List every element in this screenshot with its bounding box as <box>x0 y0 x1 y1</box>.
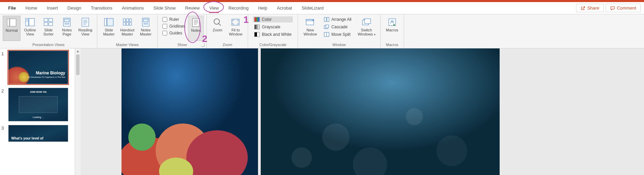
tab-file[interactable]: File <box>3 2 20 14</box>
slide2-box <box>19 96 58 113</box>
comment-label: Comment <box>617 5 636 11</box>
tab-view[interactable]: View <box>204 2 224 14</box>
group-label-show: Show <box>160 42 204 48</box>
svg-rect-11 <box>65 19 69 22</box>
black-white-button[interactable]: Black and White <box>253 31 293 38</box>
chevron-down-icon: ▾ <box>374 33 375 36</box>
tab-slide-show[interactable]: Slide Show <box>149 2 181 14</box>
notes-page-label: Notes Page <box>62 28 72 36</box>
macros-button[interactable]: Macros <box>383 16 401 41</box>
thumbnail-slide-2[interactable]: JOIN NOW VIA Loading ... <box>8 88 68 121</box>
tab-home[interactable]: Home <box>20 2 42 14</box>
svg-point-36 <box>214 19 219 24</box>
thumbnail-slide-3[interactable]: What's your level of <box>8 125 68 142</box>
tab-view-label: View <box>209 5 219 11</box>
thumbnail-slide-1[interactable]: Marine Biology An Introduction To Organi… <box>8 50 68 84</box>
color-label: Color <box>262 17 272 22</box>
fit-to-window-button[interactable]: Fit to Window <box>226 16 245 41</box>
slide-thumbnails-pane: 1 Marine Biology An Introduction To Orga… <box>0 48 75 175</box>
notes-button[interactable]: Notes <box>188 16 204 41</box>
svg-point-61 <box>322 123 349 151</box>
arrange-all-button[interactable]: Arrange All <box>323 16 353 23</box>
group-label-color-grayscale: Color/Grayscale <box>251 42 295 48</box>
svg-rect-19 <box>104 18 106 26</box>
guides-checkbox-input[interactable] <box>162 31 167 35</box>
share-button[interactable]: Share <box>576 4 604 12</box>
ruler-checkbox-input[interactable] <box>162 17 167 22</box>
ruler-label: Ruler <box>169 17 179 22</box>
outline-view-button[interactable]: Outline View <box>21 16 39 41</box>
slide2-loading: Loading ... <box>9 116 68 118</box>
cascade-button[interactable]: Cascade <box>323 24 353 30</box>
notes-page-button[interactable]: Notes Page <box>58 16 76 41</box>
ribbon-tabs-row: File Home Insert Design Transitions Anim… <box>0 2 644 14</box>
main-slide-area[interactable] <box>81 48 644 175</box>
reading-view-button[interactable]: Reading View <box>76 16 94 41</box>
notes-master-label: Notes Master <box>140 28 152 36</box>
thumbnails-scrollbar[interactable]: ▲ <box>75 48 81 175</box>
tab-design[interactable]: Design <box>63 2 86 14</box>
grayscale-button[interactable]: Grayscale <box>253 24 293 30</box>
comment-icon <box>610 6 615 11</box>
group-color-grayscale: Color Grayscale Black and White Color/Gr… <box>248 14 298 48</box>
slide1-title: Marine Biology <box>36 71 65 75</box>
scroll-up-button[interactable]: ▲ <box>75 48 81 54</box>
notes-master-button[interactable]: Notes Master <box>137 16 155 41</box>
tab-recording[interactable]: Recording <box>224 2 253 14</box>
color-button[interactable]: Color <box>253 16 293 23</box>
tab-help[interactable]: Help <box>253 2 272 14</box>
svg-rect-22 <box>126 19 129 21</box>
svg-rect-0 <box>7 19 9 26</box>
zoom-button[interactable]: Zoom <box>210 16 225 41</box>
macros-label: Macros <box>386 28 398 32</box>
color-icon <box>254 17 260 22</box>
group-macros: Macros Macros <box>381 14 404 48</box>
guides-checkbox[interactable]: Guides <box>162 31 185 35</box>
macros-icon <box>387 17 397 27</box>
slide1-subtitle: An Introduction To Organisms In The Sea <box>28 76 65 78</box>
cascade-icon <box>324 25 329 29</box>
slide-master-button[interactable]: Slide Master <box>100 16 118 41</box>
thumb-number-2: 2 <box>1 88 6 93</box>
tab-transitions[interactable]: Transitions <box>86 2 117 14</box>
new-window-label: New Window <box>304 28 317 36</box>
scroll-thumb[interactable] <box>76 55 80 75</box>
zoom-icon <box>212 17 223 27</box>
normal-view-button[interactable]: Normal <box>3 16 20 41</box>
gridlines-checkbox-input[interactable] <box>162 24 167 29</box>
comment-button[interactable]: Comment <box>606 4 641 12</box>
switch-windows-button[interactable]: Switch Windows ▾ <box>356 16 377 41</box>
cascade-label: Cascade <box>331 25 347 29</box>
black-white-label: Black and White <box>262 32 291 37</box>
share-icon <box>581 6 585 11</box>
new-window-button[interactable]: + New Window <box>301 16 320 41</box>
svg-rect-14 <box>82 18 89 26</box>
slide-sorter-button[interactable]: Slide Sorter <box>40 16 57 41</box>
show-group-launcher[interactable] <box>201 43 204 47</box>
svg-rect-43 <box>327 17 329 21</box>
tab-insert[interactable]: Insert <box>42 2 63 14</box>
handout-master-button[interactable]: Handout Master <box>118 16 136 41</box>
svg-point-63 <box>406 108 423 125</box>
share-label: Share <box>587 5 599 11</box>
move-split-button[interactable]: Move Split <box>323 31 353 38</box>
slide-master-label: Slide Master <box>103 28 115 36</box>
notes-label: Notes <box>191 28 201 32</box>
tab-slidelizard[interactable]: SlideLizard <box>297 2 328 14</box>
ruler-checkbox[interactable]: Ruler <box>162 17 185 22</box>
gridlines-checkbox[interactable]: Gridlines <box>162 24 185 29</box>
tab-acrobat[interactable]: Acrobat <box>272 2 297 14</box>
tab-animations[interactable]: Animations <box>117 2 148 14</box>
new-window-icon: + <box>305 17 315 27</box>
group-zoom: Zoom Fit to Window Zoom <box>207 14 248 48</box>
notes-page-left <box>121 48 258 175</box>
svg-rect-28 <box>143 19 148 22</box>
group-window: + New Window Arrange All Cascade Move Sp… <box>298 14 381 48</box>
reading-view-label: Reading View <box>78 28 92 36</box>
svg-rect-6 <box>44 18 48 21</box>
arrange-all-icon <box>324 17 329 22</box>
workspace: 1 Marine Biology An Introduction To Orga… <box>0 48 644 175</box>
notes-master-icon <box>141 17 151 27</box>
tab-review[interactable]: Review <box>181 2 205 14</box>
svg-rect-45 <box>326 25 329 28</box>
